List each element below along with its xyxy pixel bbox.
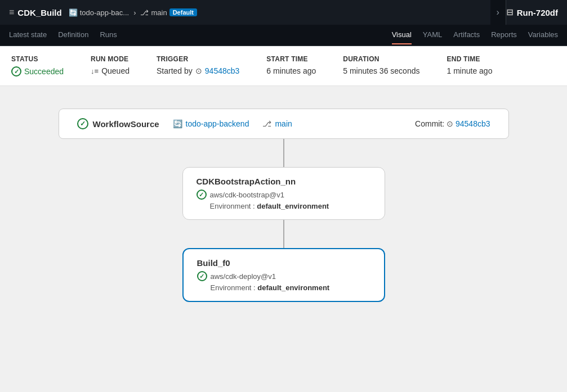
tab-definition[interactable]: Definition (58, 28, 88, 42)
status-value: ✓ Succeeded (11, 66, 64, 76)
build-action: ✓ aws/cdk-deploy@v1 (197, 271, 370, 281)
expand-arrow-icon: › (494, 7, 501, 17)
status-item-trigger: Trigger Started by ⊙ 94548cb3 (157, 55, 239, 75)
status-item-duration: Duration 5 minutes 36 seconds (343, 55, 419, 75)
default-badge: Default (169, 8, 197, 16)
trigger-prefix: Started by (157, 66, 193, 75)
connector-line-1 (283, 139, 284, 167)
repo-circle-icon: 🔄 (173, 119, 182, 128)
workflow-source-success-icon: ✓ (77, 118, 88, 129)
runmode-text: Queued (101, 66, 130, 75)
branch-icon: ⎇ (140, 8, 149, 17)
bootstrap-title: CDKBootstrapAction_nn (197, 177, 371, 186)
sub-nav: Latest state Definition Runs Visual YAML… (0, 25, 567, 46)
workflow-source-label: WorkflowSource (93, 119, 159, 129)
nav-brand[interactable]: ≡ CDK_Build (9, 7, 62, 17)
starttime-label: Start time (266, 55, 316, 63)
top-nav: ≡ CDK_Build 🔄 todo-app-bac... › ⎇ main D… (0, 0, 567, 25)
tab-artifacts[interactable]: Artifacts (453, 26, 480, 44)
starttime-value: 6 minutes ago (266, 66, 316, 75)
workflow-branch-name: main (275, 119, 292, 128)
workflow-source-branch[interactable]: ⎇ main (262, 119, 292, 128)
breadcrumb-branch[interactable]: ⎇ main Default (140, 8, 197, 17)
build-title: Build_f0 (197, 258, 370, 268)
trigger-label: Trigger (157, 55, 239, 63)
build-env-value: default_environment (257, 283, 329, 292)
build-env: Environment : default_environment (197, 283, 370, 292)
bootstrap-env: Environment : default_environment (197, 202, 371, 210)
build-success-icon: ✓ (197, 271, 207, 281)
endtime-label: End time (447, 55, 492, 63)
run-icon: ⊟ (506, 7, 514, 17)
tab-latest-state[interactable]: Latest state (9, 28, 47, 42)
bootstrap-env-value: default_environment (257, 202, 329, 210)
build-env-label: Environment : (211, 283, 256, 292)
branch-icon-small: ⎇ (262, 119, 271, 128)
breadcrumb-repo[interactable]: 🔄 todo-app-bac... (69, 8, 129, 17)
status-item-endtime: End time 1 minute ago (447, 55, 492, 75)
tab-reports[interactable]: Reports (491, 26, 517, 44)
action-node-bootstrap[interactable]: CDKBootstrapAction_nn ✓ aws/cdk-bootstra… (182, 167, 385, 220)
workflow-source-commit: Commit: ⊙ 94548cb3 (415, 119, 490, 128)
nav-right: ⊟ Run-720df (506, 7, 558, 17)
runmode-value: ↓≡ Queued (91, 66, 130, 75)
commit-prefix-text: Commit: (415, 119, 444, 128)
connector-2 (283, 220, 284, 248)
repo-icon: 🔄 (69, 8, 78, 17)
status-item-starttime: Start time 6 minutes ago (266, 55, 316, 75)
workflow-container: ✓ WorkflowSource 🔄 todo-app-backend ⎇ ma… (59, 109, 509, 302)
status-text: Succeeded (24, 67, 64, 76)
sub-nav-right: Visual YAML Artifacts Reports Variables (392, 26, 558, 44)
expand-panel-btn[interactable]: › (490, 0, 506, 25)
endtime-value: 1 minute ago (447, 66, 492, 75)
status-item-status: Status ✓ Succeeded (11, 55, 64, 76)
workflow-canvas: ✓ WorkflowSource 🔄 todo-app-backend ⎇ ma… (0, 86, 567, 367)
commit-hash-link[interactable]: 94548cb3 (456, 119, 490, 128)
workflow-source-node[interactable]: ✓ WorkflowSource 🔄 todo-app-backend ⎇ ma… (59, 109, 509, 139)
bootstrap-action: ✓ aws/cdk-bootstrap@v1 (197, 190, 371, 200)
status-success-icon: ✓ (11, 66, 21, 76)
nav-left: ≡ CDK_Build 🔄 todo-app-bac... › ⎇ main D… (9, 7, 490, 17)
trigger-commit-link[interactable]: 94548cb3 (205, 66, 240, 75)
bootstrap-success-icon: ✓ (197, 190, 207, 200)
run-title-label: Run-720df (517, 8, 558, 17)
trigger-commit-icon: ⊙ (195, 66, 202, 75)
status-label: Status (11, 55, 64, 63)
commit-dash-icon: ⊙ (447, 119, 453, 128)
sub-nav-left: Latest state Definition Runs (9, 28, 392, 42)
bootstrap-action-name: aws/cdk-bootstrap@v1 (210, 191, 284, 199)
status-bar: Status ✓ Succeeded Run mode ↓≡ Queued Tr… (0, 46, 567, 86)
tab-visual[interactable]: Visual (392, 26, 412, 44)
brand-label: CDK_Build (17, 8, 61, 17)
workflow-source-title: ✓ WorkflowSource (77, 118, 159, 129)
connector-1 (283, 139, 284, 167)
duration-label: Duration (343, 55, 419, 63)
workflow-source-repo[interactable]: 🔄 todo-app-backend (173, 119, 249, 128)
runmode-icon: ↓≡ (91, 67, 99, 75)
workflow-repo-name: todo-app-backend (186, 119, 249, 128)
branch-label: main (151, 8, 167, 17)
status-item-runmode: Run mode ↓≡ Queued (91, 55, 130, 75)
bootstrap-env-label: Environment : (210, 202, 255, 210)
nav-breadcrumb: 🔄 todo-app-bac... › ⎇ main Default (69, 8, 197, 17)
tab-runs[interactable]: Runs (100, 28, 117, 42)
repo-label: todo-app-bac... (80, 8, 129, 17)
trigger-value: Started by ⊙ 94548cb3 (157, 66, 239, 75)
tab-yaml[interactable]: YAML (423, 26, 442, 44)
action-node-build[interactable]: Build_f0 ✓ aws/cdk-deploy@v1 Environment… (182, 248, 385, 302)
hamburger-icon: ≡ (9, 7, 14, 17)
run-title: ⊟ Run-720df (506, 7, 558, 17)
tab-variables[interactable]: Variables (528, 26, 558, 44)
runmode-label: Run mode (91, 55, 130, 63)
duration-value: 5 minutes 36 seconds (343, 66, 419, 75)
breadcrumb-sep-1: › (133, 8, 136, 17)
connector-line-2 (283, 220, 284, 248)
build-action-name: aws/cdk-deploy@v1 (211, 272, 276, 281)
